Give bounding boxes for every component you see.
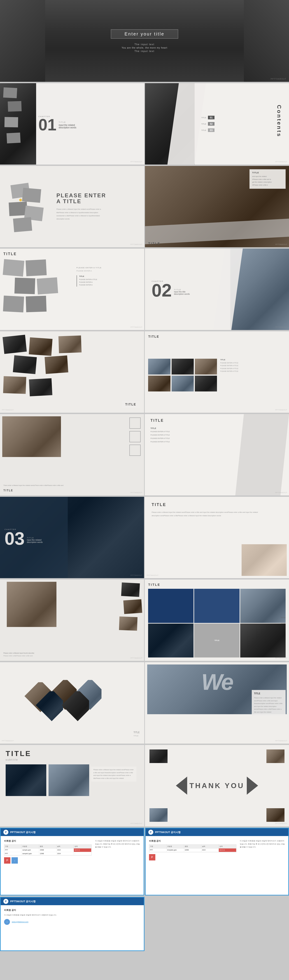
slide2-desc-label: input the related: [59, 124, 76, 126]
n1-r1c4: 2024: [56, 848, 74, 852]
slide9-grid: [148, 359, 217, 391]
slide12-content: CHAPTER 03 TITLE input the related descr…: [5, 528, 43, 547]
slide19-p3: [149, 808, 168, 822]
slide13-title: TITLE: [151, 503, 282, 507]
notice1-table-area: 비회원 공지 구분 파일명 용량 날짜 상태 PPT sample.pptx: [4, 839, 92, 864]
slide-15-color-grid: TITLE TITLE TITLE TITLE PPTTAKEOUT: [145, 579, 289, 661]
notice1-table: 구분 파일명 용량 날짜 상태 PPT sample.pptx 15MB 202…: [4, 845, 92, 856]
slide18-p1: [6, 764, 46, 796]
slide-18-big-title: TITLE subtitle Please enter a titleand i…: [0, 745, 144, 826]
slide6-sub-desc: PLEASE ENTER A TITLEPLEASE ENTER APLEASE…: [79, 278, 97, 286]
slide9-title: TITLE: [148, 335, 159, 338]
notice3-link-area: → www.ppttakeout.com: [4, 919, 140, 925]
notice1-btn1[interactable]: P: [4, 857, 10, 864]
slide3-item-3: TITLE 03: [202, 128, 285, 132]
slide17-title: TITLE: [254, 692, 283, 695]
notice2-btn1-icon: P: [151, 856, 153, 859]
slide4-title-l1: PLEASE ENTER: [56, 192, 106, 199]
slide1-title-box: Enter your title: [111, 29, 178, 39]
slide17-text-block: TITLE Please enter a titleand input the …: [252, 690, 286, 716]
slide-16-triangles: TITLE TITLE PPTTAKEOUT: [0, 662, 144, 744]
row-7: CHAPTER 03 TITLE input the related descr…: [0, 497, 289, 578]
row-6: There enter a titleand input the related…: [0, 414, 289, 495]
slide6-p5: [3, 296, 24, 313]
slide7-title-label: TITLE: [174, 289, 190, 291]
n2-h2: 파일명: [167, 845, 184, 848]
notice2-body: 이 파일은 비회원용 파일로 파일에 워터마크가 포함되어 있습니다. 회원가입…: [240, 839, 285, 849]
slide-8-scattered: TITLE PPTTAKEOUT: [0, 331, 144, 413]
slide3-label-1: TITLE: [202, 117, 206, 119]
slide19-content: THANK YOU: [176, 776, 258, 795]
slide3-item-2: TITLE 02: [202, 122, 285, 126]
watermark-4: PPTTAKEOUT: [130, 243, 143, 245]
slide18-sub: subtitle: [6, 759, 139, 761]
slide12-desc2: description words: [27, 541, 43, 543]
slide18-photos: Please enter a titleand input the relate…: [6, 764, 139, 822]
notice3-body: 이 파일은 비회원용 파일로 파일에 워터마크가 포함되어 있습니다.: [4, 913, 140, 917]
notice1-content: 비회원 공지 구분 파일명 용량 날짜 상태 PPT sample.pptx: [1, 836, 144, 867]
slide3-num-3: 03: [208, 128, 214, 132]
slide-19-thankyou: THANK YOU PPTTAKEOUT: [145, 745, 289, 826]
slide9-text-labels: PLEASE ENTER A TITLEPLEASE ENTER A TITLE…: [221, 362, 279, 373]
slide9-p3: [195, 359, 217, 374]
watermark-10: PPTTAKEOUT: [130, 492, 143, 494]
slide6-p3: [14, 278, 35, 294]
slide1-sub3: The input text: [122, 50, 167, 52]
row-1: Enter your title The input text You are …: [0, 0, 289, 82]
slide14-p1: [121, 582, 140, 597]
slide18-text-block: Please enter a titleand input the relate…: [91, 767, 137, 781]
n2-h3: 용량: [184, 845, 202, 848]
notice2-buttons: P: [149, 854, 237, 861]
slide5-title-text: TITLE: [148, 242, 160, 245]
slide6-p1: [3, 259, 24, 277]
slide9-text: TITLE PLEASE ENTER A TITLEPLEASE ENTER A…: [218, 359, 279, 373]
slide14-text1: Please enter a titleand input thumb desc…: [3, 652, 141, 655]
slide-1-title: Enter your title The input text You are …: [0, 0, 289, 82]
slide-2-chapter01: CHAPTER 01 TITLE input the related descr…: [0, 83, 144, 165]
watermark-17: PPTTAKEOUT: [275, 740, 287, 742]
slide1-sub1: The input text: [122, 43, 167, 46]
n1-r2c2: sample2.pptx: [22, 852, 39, 855]
slide-10-louvre: There enter a titleand input the related…: [0, 414, 144, 495]
notice3-header: P PPTTAKOUT 공지사항: [1, 897, 144, 905]
row-2: CHAPTER 01 TITLE input the related descr…: [0, 83, 289, 165]
slide18-p2: [49, 764, 89, 796]
slide8-title-box: TITLE: [122, 401, 140, 408]
slide3-contents-title: Contents: [276, 92, 282, 137]
n1-h3: 용량: [39, 845, 56, 848]
notice2-btn1[interactable]: P: [149, 854, 155, 861]
watermark-15: PPTTAKEOUT: [275, 657, 287, 659]
slide5-info-text: and input the relatedIIPlease enter a ti…: [252, 175, 283, 186]
slide10-frame3: [129, 445, 141, 456]
n1-r1c2: sample.pptx: [22, 848, 39, 852]
notice2-table-area: 비회원 공지 구분 파일명 용량 날짜 상태 PPT template.pptx: [149, 839, 237, 861]
slide5-info-title: TITLE: [252, 172, 283, 174]
slide10-building-photo: [2, 416, 61, 457]
slide17-big-text: We: [202, 669, 233, 695]
notice1-row1: PPT sample.pptx 15MB 2024 워터마크: [4, 848, 91, 852]
slide11-item2: PLEASE ENTER A TITLE: [150, 434, 283, 436]
notice3-link-btn[interactable]: →: [4, 919, 10, 925]
slide6-photo-grid: [3, 260, 67, 314]
notice2-table: 구분 파일명 용량 날짜 상태 PPT template.pptx 18MB 2…: [149, 845, 237, 852]
slide8-p2: [29, 337, 52, 356]
slide-5-street-overlay: TITLE and input the relatedIIPlease ente…: [145, 166, 289, 247]
slide17-overlay-text: We: [194, 669, 240, 695]
slides-container: Enter your title The input text You are …: [0, 0, 289, 951]
slide2-photo3: [5, 117, 18, 127]
row-11: P PPTTAKOUT 공지사항 비회원 공지 구분 파일명 용량 날짜 상: [0, 828, 289, 896]
watermark-2: PPTTAKEOUT: [130, 161, 143, 163]
slide15-c5: TITLE: [194, 624, 240, 658]
slide6-sub-text: TITLE PLEASE ENTER A TITLEPLEASE ENTER A…: [79, 275, 97, 286]
slide6-divider: [76, 275, 77, 286]
notice2-title: 비회원 공지: [149, 839, 237, 843]
notice2-header: P PPTTAKOUT 공지사항: [146, 828, 289, 836]
slide-3-contents: Contents TITLE 01 TITLE 02 TITLE 03: [145, 83, 289, 165]
notice1-header-text: PPTTAKOUT 공지사항: [10, 830, 36, 834]
notice3-url[interactable]: www.ppttakeout.com: [12, 921, 29, 923]
notice1-btn2[interactable]: ↓: [11, 857, 18, 864]
slide2-photo2: [8, 101, 22, 111]
slide9-header: TITLE: [148, 335, 286, 338]
notice3-title: 비회원 공지: [4, 908, 140, 912]
slide-17-city-panorama: We TITLE Please enter a titleand input t…: [145, 662, 289, 744]
